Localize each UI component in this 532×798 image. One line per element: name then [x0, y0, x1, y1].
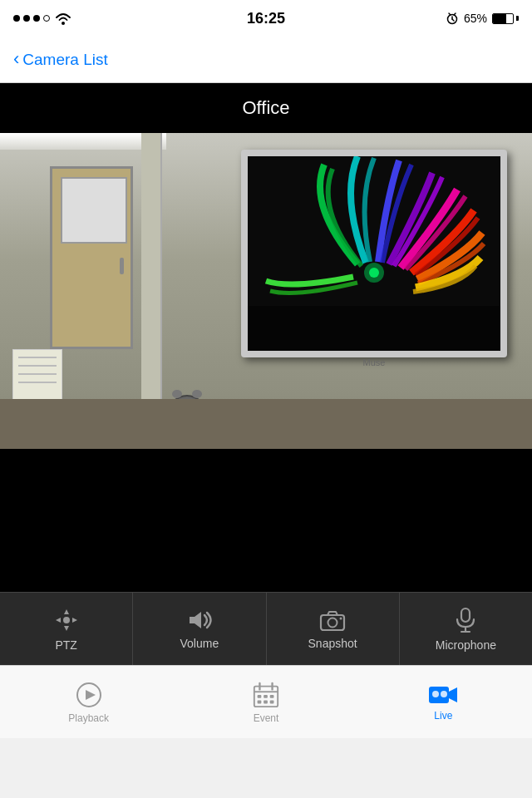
svg-rect-9 [248, 306, 500, 351]
toolbar-ptz-label: PTZ [55, 638, 76, 652]
signal-dot-2 [23, 15, 30, 22]
svg-marker-11 [64, 609, 69, 614]
paper-line [18, 382, 57, 383]
svg-marker-14 [72, 618, 77, 623]
status-left [13, 12, 71, 25]
camera-title-bar: Office [0, 83, 532, 133]
ptz-icon [53, 607, 80, 633]
svg-rect-19 [461, 608, 470, 622]
svg-marker-23 [86, 690, 96, 700]
wifi-icon [55, 12, 71, 25]
camera-title: Office [242, 97, 289, 119]
svg-point-8 [369, 268, 379, 278]
door-frame [50, 166, 133, 349]
svg-point-0 [62, 22, 65, 25]
svg-point-18 [340, 617, 342, 619]
tab-playback-label: Playback [68, 712, 109, 724]
status-time: 16:25 [247, 10, 285, 27]
back-button[interactable]: ‹ Camera List [13, 51, 108, 69]
signal-dot-3 [33, 15, 40, 22]
svg-point-10 [63, 617, 70, 623]
svg-marker-15 [190, 612, 201, 628]
battery-fill [493, 14, 506, 23]
svg-rect-28 [258, 695, 262, 698]
paper-line [18, 373, 57, 375]
volume-icon [186, 608, 213, 632]
status-right: 65% [446, 12, 519, 25]
battery-indicator [492, 13, 519, 24]
toolbar-ptz[interactable]: PTZ [0, 593, 133, 665]
camera-feed: Muse [0, 133, 532, 449]
camera-black-area [0, 449, 532, 592]
toolbar-microphone-label: Microphone [436, 638, 496, 652]
paper-line [18, 365, 57, 367]
live-icon [427, 683, 459, 707]
tab-bar: Playback Event Live [0, 665, 532, 738]
monitor-brand: Muse [363, 357, 386, 367]
floor-area [0, 399, 532, 449]
status-bar: 16:25 65% [0, 0, 532, 37]
playback-icon [75, 681, 103, 709]
tab-playback[interactable]: Playback [0, 666, 177, 738]
back-label: Camera List [22, 51, 107, 69]
signal-dot-1 [13, 15, 20, 22]
clock-bell-left [172, 390, 182, 398]
door-window [61, 177, 127, 244]
toolbar-snapshot[interactable]: Snapshot [267, 593, 400, 665]
door-handle [120, 258, 124, 274]
microphone-icon [454, 607, 477, 633]
svg-rect-30 [270, 695, 274, 698]
toolbar-microphone[interactable]: Microphone [400, 593, 532, 665]
svg-rect-29 [264, 695, 268, 698]
svg-line-3 [452, 19, 454, 21]
monitor-screen [248, 156, 500, 351]
monitor-art [248, 156, 500, 351]
toolbar-snapshot-label: Snapshot [308, 637, 357, 650]
svg-point-37 [441, 691, 447, 697]
tab-live-label: Live [434, 710, 452, 722]
snapshot-icon [319, 608, 346, 632]
paper-line [18, 357, 57, 358]
svg-point-36 [432, 691, 439, 697]
svg-rect-32 [264, 700, 268, 703]
back-chevron-icon: ‹ [13, 50, 19, 68]
toolbar: PTZ Volume Snapshot Microphone [0, 592, 532, 665]
svg-marker-12 [64, 626, 69, 631]
battery-percent: 65% [464, 12, 487, 25]
signal-strength [13, 15, 50, 22]
svg-rect-33 [270, 700, 274, 703]
svg-point-17 [328, 618, 337, 627]
toolbar-volume[interactable]: Volume [133, 593, 266, 665]
alarm-icon [446, 12, 459, 25]
clock-bell-right [192, 390, 202, 398]
camera-area: Office [0, 83, 532, 592]
tab-live[interactable]: Live [355, 666, 532, 738]
svg-marker-13 [56, 618, 61, 623]
svg-line-5 [454, 13, 456, 15]
svg-line-4 [449, 13, 451, 15]
tab-event-label: Event [254, 712, 279, 724]
toolbar-volume-label: Volume [180, 637, 219, 650]
nav-bar: ‹ Camera List [0, 37, 532, 83]
monitor-frame: Muse [241, 150, 507, 357]
battery-tip [516, 16, 519, 21]
signal-dot-4 [43, 15, 50, 22]
svg-rect-31 [258, 700, 262, 703]
tab-event[interactable]: Event [177, 666, 354, 738]
event-icon [252, 681, 280, 709]
svg-marker-35 [449, 687, 457, 702]
